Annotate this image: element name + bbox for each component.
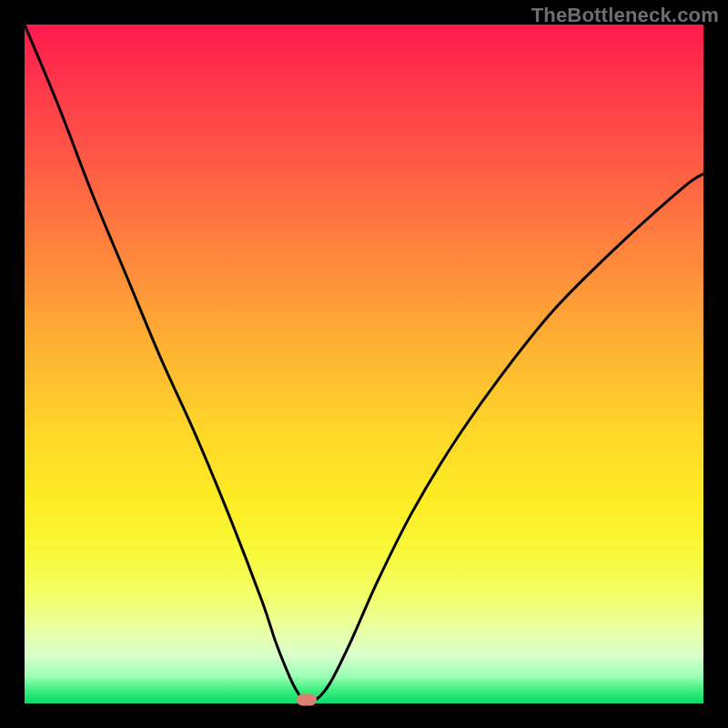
bottleneck-curve [25,25,703,703]
watermark-text: TheBottleneck.com [531,4,719,27]
plot-area [25,25,703,703]
optimal-marker [297,693,317,705]
chart-frame: TheBottleneck.com [0,0,728,728]
curve-path [25,25,703,701]
